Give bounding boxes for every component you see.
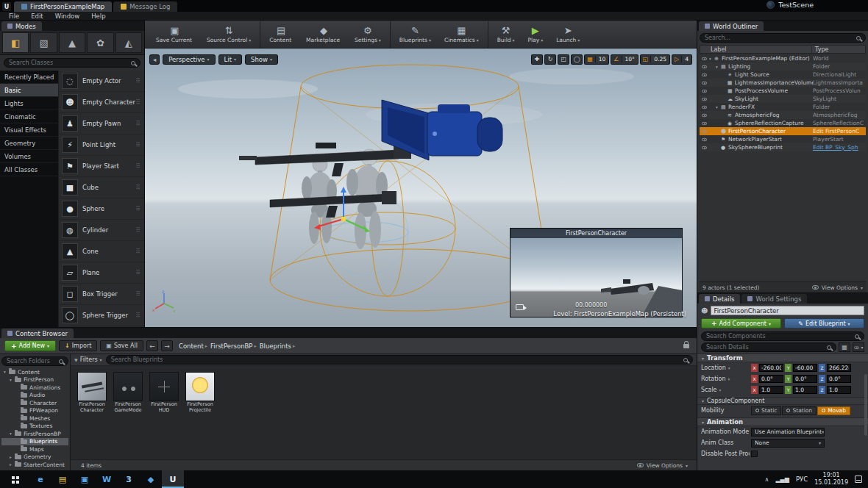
expander-icon[interactable]: ▾	[4, 370, 9, 374]
visibility-toggle[interactable]	[700, 121, 709, 126]
asset-item[interactable]: FirstPerson HUD	[148, 372, 180, 459]
viewport-nav-button-show[interactable]: Show▾	[245, 54, 278, 65]
actor-type[interactable]: Folder	[813, 104, 866, 110]
taskbar-app-icon-app-1[interactable]: ▣	[74, 470, 96, 488]
folder-tree-item[interactable]: ▾ Content	[1, 368, 68, 376]
notification-center-icon[interactable]	[855, 476, 862, 483]
viewport-tool-icon-move-tool[interactable]: ✚	[531, 54, 543, 65]
taskbar-app-icon-unreal-editor[interactable]: U	[162, 470, 184, 488]
mobility-option[interactable]: Station	[782, 406, 817, 415]
visibility-toggle[interactable]	[700, 73, 709, 77]
folder-tree-item[interactable]: Audio	[1, 392, 68, 400]
visibility-toggle[interactable]	[700, 97, 709, 101]
folder-tree-item[interactable]: ▸ Geometry	[1, 453, 68, 462]
category-item[interactable]: Recently Placed	[0, 71, 58, 84]
folder-tree-item[interactable]: ▸ StarterContent	[1, 461, 68, 469]
actor-type[interactable]: AtmosphericFog	[813, 112, 866, 118]
snap-control-rotation-snap[interactable]: ∠ 10°	[611, 54, 638, 65]
folder-tree-item[interactable]: Meshes	[1, 415, 68, 423]
mode-tool-button-paint[interactable]: ▧	[30, 32, 57, 53]
actor-type[interactable]: Edit BP_Sky_Sph	[813, 144, 866, 151]
start-button[interactable]	[0, 470, 29, 488]
mode-tool-button-landscape[interactable]: ▲	[59, 32, 85, 53]
expander-icon[interactable]: ▾	[709, 57, 714, 61]
outliner-view-options[interactable]: View Options▾	[812, 284, 863, 291]
drag-handle-icon[interactable]: ⠿	[135, 184, 140, 191]
expander-icon[interactable]: ▾	[716, 65, 721, 69]
placeable-item[interactable]: ⚑ Player Start ⠿	[59, 156, 144, 177]
menu-item[interactable]: File	[4, 12, 24, 20]
drag-handle-icon[interactable]: ⠿	[135, 120, 140, 127]
content-view-options[interactable]: View Options▾	[637, 462, 688, 469]
scale-z-field[interactable]	[827, 386, 851, 394]
taskbar-app-icon-app-4[interactable]: ◆	[140, 470, 162, 488]
actor-type[interactable]: Edit FirstPersonC	[813, 128, 866, 134]
window-tab[interactable]: Message Log	[113, 1, 177, 12]
location-label[interactable]: Location▾	[701, 365, 750, 371]
language-indicator[interactable]: РУС	[796, 476, 808, 483]
transform-section-header[interactable]: ▾ Transform	[697, 354, 868, 362]
rotation-label[interactable]: Rotation▾	[701, 376, 750, 382]
drag-handle-icon[interactable]: ⠿	[135, 77, 140, 85]
visibility-toggle[interactable]	[700, 113, 709, 118]
mode-tool-button-geometry-editing[interactable]: ◭	[115, 32, 142, 53]
search-folders-input[interactable]	[7, 358, 56, 365]
viewport-nav-button-lit[interactable]: Lit▾	[218, 54, 242, 65]
column-type[interactable]: Type	[812, 46, 865, 53]
drag-handle-icon[interactable]: ⠿	[135, 290, 140, 298]
search-assets-input[interactable]	[111, 356, 680, 363]
actor-type[interactable]: LightmassImporta	[813, 79, 866, 86]
folder-tree-item[interactable]: FPWeapon	[1, 407, 68, 415]
filters-button[interactable]: ▼ Filters▾	[74, 356, 102, 363]
outliner-row[interactable]: ▦ PostProcessVolume PostProcessVolun	[700, 87, 866, 95]
visibility-toggle[interactable]	[700, 129, 709, 134]
drag-handle-icon[interactable]: ⠿	[135, 98, 140, 106]
placeable-item[interactable]: ◯ Sphere Trigger ⠿	[59, 305, 144, 326]
viewport-3d[interactable]: ◂ Perspective▾ Lit▾ Show▾	[145, 49, 697, 327]
search-details-input[interactable]	[706, 344, 824, 351]
camera-preview-window[interactable]: FirstPersonCharacter 00.000000	[510, 228, 683, 317]
asset-item[interactable]: FirstPerson Projectile	[184, 372, 216, 459]
drag-handle-icon[interactable]: ⠿	[135, 162, 140, 170]
folder-tree-item[interactable]: Maps	[1, 445, 68, 453]
viewport-nav-button-perspective[interactable]: Perspective▾	[163, 54, 215, 65]
expander-icon[interactable]: ▾	[716, 105, 721, 110]
outliner-search-input[interactable]	[705, 35, 853, 41]
placeable-item[interactable]: ▲ Cone ⠿	[59, 241, 144, 262]
location-x-field[interactable]	[759, 364, 783, 372]
capsule-component-header[interactable]: ▾ CapsuleComponent	[697, 397, 868, 405]
placeable-item[interactable]: ◍ Cylinder ⠿	[59, 220, 144, 241]
viewport-tool-icon-scale-tool[interactable]: ◰	[558, 54, 569, 65]
viewport-tool-icon-coordinate-space[interactable]: ◯	[571, 54, 583, 65]
asset-item[interactable]: FirstPerson GameMode	[112, 372, 144, 459]
search-classes-input[interactable]	[9, 60, 128, 66]
placeable-item[interactable]: ◻ Box Trigger ⠿	[59, 284, 144, 305]
taskbar-app-icon-app-2[interactable]: W	[96, 470, 118, 488]
category-item[interactable]: Basic	[0, 84, 58, 97]
checkbox[interactable]	[751, 451, 758, 457]
drag-handle-icon[interactable]: ⠿	[135, 312, 140, 319]
menu-item[interactable]: Help	[86, 12, 110, 20]
lock-icon[interactable]	[683, 344, 689, 348]
menu-item[interactable]: Edit	[26, 12, 48, 20]
actor-type[interactable]: SkyLight	[813, 96, 866, 102]
placeable-item[interactable]: ◌ Empty Actor ⠿	[59, 71, 144, 92]
category-item[interactable]: Cinematic	[0, 110, 58, 123]
viewport-collapse-button[interactable]: ◂	[149, 54, 160, 65]
toolbar-button-settings[interactable]: ⚙ Settings▾	[348, 21, 391, 48]
expander-icon[interactable]: ▸	[10, 455, 15, 459]
taskbar-app-icon-file-explorer[interactable]: ▤	[51, 470, 74, 488]
drag-handle-icon[interactable]: ⠿	[135, 269, 140, 276]
scale-label[interactable]: Scale▾	[701, 387, 750, 393]
toolbar-button-play[interactable]: ▶ Play▾	[522, 21, 550, 48]
outliner-row[interactable]: ≋ AtmosphericFog AtmosphericFog	[700, 111, 866, 119]
rotation-x-field[interactable]	[759, 375, 783, 383]
outliner-row[interactable]: ☀ Light Source DirectionalLight	[700, 71, 866, 79]
toolbar-button-build[interactable]: ⚒ Build▾	[491, 21, 522, 48]
outliner-row[interactable]: ▾ ▤ Lighting Folder	[700, 62, 866, 71]
taskbar-app-icon-app-3[interactable]: 3	[118, 470, 140, 488]
category-item[interactable]: Visual Effects	[0, 123, 58, 137]
breadcrumb-item[interactable]: FirstPersonBP	[210, 342, 252, 350]
expander-icon[interactable]: ▾	[10, 378, 15, 382]
tab-content-browser[interactable]: Content Browser	[1, 329, 74, 338]
